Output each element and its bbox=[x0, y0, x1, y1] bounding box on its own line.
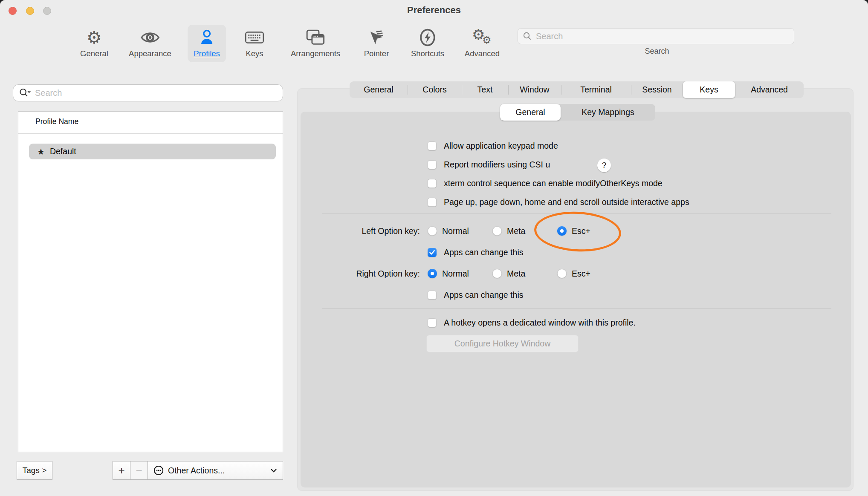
left-option-key-label: Left Option key: bbox=[301, 225, 420, 237]
help-button[interactable]: ? bbox=[597, 159, 611, 172]
preferences-window: Preferences ⚙ General Appearance Profile… bbox=[0, 0, 868, 496]
other-actions-label: Other Actions... bbox=[168, 466, 225, 476]
checkbox-unchecked[interactable] bbox=[428, 198, 437, 207]
keyboard-icon bbox=[245, 26, 264, 49]
profile-search-field[interactable] bbox=[13, 84, 283, 101]
tab-colors[interactable]: Colors bbox=[408, 81, 462, 98]
left-option-radio-group: Meta bbox=[492, 225, 525, 237]
checkbox-row-hotkey[interactable]: A hotkey opens a dedicated window with t… bbox=[428, 317, 636, 329]
checkbox-row-csi-u[interactable]: Report modifiers using CSI u bbox=[428, 159, 550, 170]
right-option-radio-group: Meta bbox=[492, 268, 525, 280]
profile-tab-bar: General Colors Text Window Terminal Sess… bbox=[350, 81, 804, 98]
cursor-icon bbox=[368, 26, 385, 49]
profile-row-default[interactable]: Default bbox=[29, 144, 276, 159]
tab-terminal[interactable]: Terminal bbox=[561, 81, 631, 98]
ellipsis-circle-icon bbox=[153, 465, 164, 476]
toolbar-item-general[interactable]: ⚙ General bbox=[74, 25, 114, 62]
tab-text[interactable]: Text bbox=[462, 81, 508, 98]
toolbar-item-appearance[interactable]: Appearance bbox=[123, 25, 177, 62]
tab-keys[interactable]: Keys bbox=[683, 81, 735, 98]
toolbar-search-field[interactable] bbox=[518, 28, 794, 44]
radio-esc[interactable] bbox=[557, 269, 567, 278]
profile-list: Profile Name Default bbox=[18, 111, 283, 452]
keys-general-panel: Allow application keypad mode Report mod… bbox=[301, 112, 851, 487]
left-option-radio-group: Normal bbox=[428, 225, 469, 237]
star-icon bbox=[37, 147, 45, 157]
checkbox-row-modifyotherkeys[interactable]: xterm control sequence can enable modify… bbox=[428, 177, 663, 189]
profile-search-input[interactable] bbox=[35, 88, 265, 98]
checkbox-checked[interactable] bbox=[428, 248, 437, 257]
left-option-radio-group: Esc+ bbox=[557, 225, 590, 237]
subtab-key-mappings[interactable]: Key Mappings bbox=[561, 104, 655, 121]
checkbox-row-keypad[interactable]: Allow application keypad mode bbox=[428, 140, 558, 152]
other-actions-dropdown[interactable]: Other Actions... bbox=[148, 461, 283, 480]
lightning-icon bbox=[419, 26, 436, 49]
checkbox-row-scroll-outside[interactable]: Page up, page down, home and end scroll … bbox=[428, 196, 689, 208]
gear-icon: ⚙ bbox=[87, 26, 102, 49]
tags-button[interactable]: Tags > bbox=[17, 461, 52, 480]
right-option-radio-group: Esc+ bbox=[557, 268, 590, 280]
toolbar-item-keys[interactable]: Keys bbox=[239, 25, 270, 62]
radio-meta[interactable] bbox=[492, 226, 502, 236]
divider bbox=[322, 213, 831, 213]
subtab-general[interactable]: General bbox=[500, 104, 561, 121]
configure-hotkey-window-button: Configure Hotkey Window bbox=[426, 335, 579, 352]
checkbox-unchecked[interactable] bbox=[428, 141, 437, 150]
radio-meta[interactable] bbox=[492, 269, 502, 278]
tab-window[interactable]: Window bbox=[508, 81, 561, 98]
profile-name: Default bbox=[50, 147, 76, 156]
checkbox-unchecked[interactable] bbox=[428, 179, 437, 188]
toolbar-item-advanced[interactable]: ⚙⚙ Advanced bbox=[459, 25, 506, 62]
checkbox-unchecked[interactable] bbox=[428, 291, 437, 300]
profile-list-header: Profile Name bbox=[18, 112, 283, 126]
divider bbox=[18, 133, 283, 134]
person-icon bbox=[198, 26, 215, 49]
toolbar-search-caption: Search bbox=[642, 47, 671, 56]
radio-normal[interactable] bbox=[428, 226, 437, 236]
tab-session[interactable]: Session bbox=[631, 81, 683, 98]
toolbar-item-shortcuts[interactable]: Shortcuts bbox=[405, 25, 450, 62]
keys-subtab-bar: General Key Mappings bbox=[500, 104, 655, 121]
search-icon bbox=[523, 32, 532, 41]
checkbox-row-apps-change-left[interactable]: Apps can change this bbox=[428, 246, 523, 258]
remove-profile-button: − bbox=[130, 461, 148, 480]
toolbar-item-profiles[interactable]: Profiles bbox=[188, 25, 226, 62]
add-profile-button[interactable]: + bbox=[113, 461, 130, 480]
tab-advanced[interactable]: Advanced bbox=[735, 81, 804, 98]
search-menu-icon bbox=[19, 88, 32, 98]
checkbox-unchecked[interactable] bbox=[428, 160, 437, 169]
checkbox-row-apps-change-right[interactable]: Apps can change this bbox=[428, 289, 523, 301]
double-gear-icon: ⚙⚙ bbox=[471, 26, 493, 49]
windows-icon bbox=[306, 26, 325, 49]
tab-general[interactable]: General bbox=[350, 81, 408, 98]
checkbox-unchecked[interactable] bbox=[428, 318, 437, 327]
toolbar-search-input[interactable] bbox=[536, 32, 775, 41]
radio-esc-selected[interactable] bbox=[557, 226, 567, 236]
window-title: Preferences bbox=[0, 5, 868, 16]
divider bbox=[322, 308, 831, 309]
toolbar-item-pointer[interactable]: Pointer bbox=[358, 25, 395, 62]
eye-icon bbox=[140, 26, 160, 49]
right-option-radio-group: Normal bbox=[428, 268, 469, 280]
right-option-key-label: Right Option key: bbox=[301, 268, 420, 280]
toolbar-item-arrangements[interactable]: Arrangements bbox=[285, 25, 346, 62]
chevron-down-icon bbox=[270, 468, 277, 473]
radio-normal-selected[interactable] bbox=[428, 269, 437, 278]
